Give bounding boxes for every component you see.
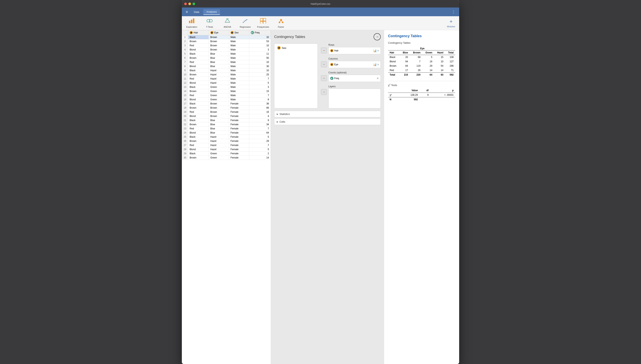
- row-number: 14: [182, 89, 188, 93]
- toolbar: Exploration T-Tests ANOVA: [182, 16, 459, 30]
- ct-hair-header: [388, 47, 400, 50]
- rows-field-icons: 📊 ≡: [373, 49, 379, 52]
- cell-sex: Female: [229, 122, 249, 126]
- maximize-button[interactable]: [192, 2, 195, 5]
- table-row: 10BrownHazelMale25: [182, 72, 271, 77]
- statistics-accordion-header[interactable]: ▶ Statistics: [274, 111, 380, 117]
- row-number: 11: [182, 77, 188, 81]
- cell-sex: Female: [229, 148, 249, 152]
- table-row: 11RedHazelMale7: [182, 77, 271, 81]
- cell-freq: 7: [249, 143, 271, 148]
- exploration-label: Exploration: [186, 26, 197, 28]
- statistics-accordion[interactable]: ▶ Statistics: [274, 111, 381, 117]
- cell-eye: Blue: [208, 118, 229, 122]
- ct-col-brown: Brown: [410, 50, 422, 55]
- ct-green: 14: [422, 68, 434, 72]
- cell-sex: Male: [229, 64, 249, 68]
- modules-button[interactable]: + Modules: [447, 18, 455, 28]
- data-table-container[interactable]: ⚫ Hair ⚫ Eye ⚫: [182, 30, 271, 364]
- chi-cell-label: χ²: [388, 93, 398, 97]
- toolbar-frequencies[interactable]: Frequencies: [257, 18, 269, 28]
- row-number: 24: [182, 131, 188, 135]
- layers-arrow-button[interactable]: →: [321, 89, 327, 95]
- counts-field[interactable]: ▶ Freq ✕: [328, 75, 381, 82]
- table-row: 1BlackBrownMale32: [182, 35, 271, 39]
- hamburger-menu[interactable]: ≡: [184, 9, 190, 15]
- ct-brown: 68: [410, 55, 422, 60]
- ttests-icon: [206, 18, 213, 25]
- chi-row: N592: [388, 97, 455, 102]
- counts-clear-icon[interactable]: ✕: [376, 77, 379, 80]
- ct-blue: 84: [400, 64, 410, 68]
- cell-freq: 7: [249, 77, 271, 81]
- table-row: 2BrownBrownMale53: [182, 39, 271, 44]
- columns-field-icons: 📊 ≡: [373, 63, 379, 66]
- cell-hair: Brown: [188, 39, 208, 44]
- layers-empty-field[interactable]: [328, 89, 381, 108]
- chi-title: χ2 Tests: [388, 84, 455, 87]
- toolbar-regression[interactable]: Regression: [239, 18, 251, 28]
- eye-column-header[interactable]: ⚫ Eye: [208, 30, 229, 35]
- cells-accordion-header[interactable]: ▶ Cells: [274, 119, 380, 125]
- columns-field[interactable]: ⚫ Eye 📊 ≡: [328, 61, 381, 68]
- svg-rect-17: [260, 21, 263, 24]
- tab-data[interactable]: Data: [191, 9, 202, 15]
- ct-blue: 20: [400, 55, 410, 60]
- cell-freq: 8: [249, 98, 271, 102]
- counts-arrow-button[interactable]: →: [321, 75, 327, 81]
- cell-freq: 29: [249, 139, 271, 143]
- toolbar-anova[interactable]: ANOVA: [222, 18, 233, 28]
- ct-green: 29: [422, 64, 434, 68]
- columns-bars-icon[interactable]: ≡: [377, 63, 379, 66]
- columns-arrow-button[interactable]: →: [321, 61, 327, 67]
- cell-hair: Red: [188, 44, 208, 48]
- layers-label: Layers: [328, 85, 381, 88]
- toolbar-ttests[interactable]: T-Tests: [204, 18, 216, 28]
- toolbar-factor[interactable]: Factor: [275, 18, 287, 28]
- window-title: HairEyeColor.csv: [311, 2, 330, 5]
- rows-field[interactable]: ⚫ Hair 📊 ≡: [328, 47, 381, 54]
- cell-sex: Male: [229, 48, 249, 52]
- row-number: 25: [182, 135, 188, 139]
- cell-eye: Brown: [208, 35, 229, 39]
- layers-box: Layers: [328, 85, 381, 108]
- toolbar-exploration[interactable]: Exploration: [186, 18, 198, 28]
- rows-arrow-button[interactable]: →: [321, 48, 327, 54]
- cell-sex: Female: [229, 135, 249, 139]
- rows-var-chip: ⚫ Hair: [330, 49, 339, 52]
- cell-freq: 34: [249, 122, 271, 126]
- ct-total-hazel: 93: [434, 72, 445, 77]
- cell-freq: 14: [249, 156, 271, 160]
- close-button[interactable]: [184, 2, 187, 5]
- cells-accordion[interactable]: ▶ Cells: [274, 118, 381, 125]
- cell-hair: Brown: [188, 89, 208, 93]
- sex-column-header[interactable]: ⚫ Sex: [229, 30, 249, 35]
- hair-column-header[interactable]: ⚫ Hair: [188, 30, 208, 35]
- cell-eye: Green: [208, 93, 229, 98]
- rows-chart-icon[interactable]: 📊: [373, 49, 376, 52]
- ct-green: 5: [422, 55, 434, 60]
- ct-hair: Red: [388, 68, 400, 72]
- minimize-button[interactable]: [188, 2, 191, 5]
- table-row: 17BlackBrownFemale36: [182, 102, 271, 106]
- variables-list[interactable]: ⚫ Sex: [274, 44, 318, 108]
- var-item-sex[interactable]: ⚫ Sex: [276, 45, 316, 50]
- cell-sex: Male: [229, 81, 249, 85]
- ct-total: 127: [445, 59, 455, 64]
- analysis-forward-button[interactable]: →: [374, 33, 381, 40]
- svg-rect-16: [263, 18, 266, 21]
- rows-bars-icon[interactable]: ≡: [377, 49, 379, 52]
- columns-box: Columns ⚫ Eye 📊 ≡: [328, 57, 381, 68]
- cell-sex: Female: [229, 110, 249, 114]
- more-menu[interactable]: ⋮: [450, 8, 457, 15]
- svg-point-3: [207, 20, 209, 22]
- results-panel: Contingency Tables Contingency Tables Ey…: [384, 30, 459, 364]
- ct-total-hair: Total: [388, 72, 400, 77]
- columns-chart-icon[interactable]: 📊: [373, 63, 376, 66]
- table-row: 20BlondBrownFemale4: [182, 114, 271, 118]
- cell-freq: 64: [249, 131, 271, 135]
- tab-analyses[interactable]: Analyses: [203, 9, 220, 15]
- freq-column-header[interactable]: ▶ Freq: [249, 30, 271, 35]
- svg-line-7: [228, 19, 230, 22]
- cell-hair: Black: [188, 52, 208, 56]
